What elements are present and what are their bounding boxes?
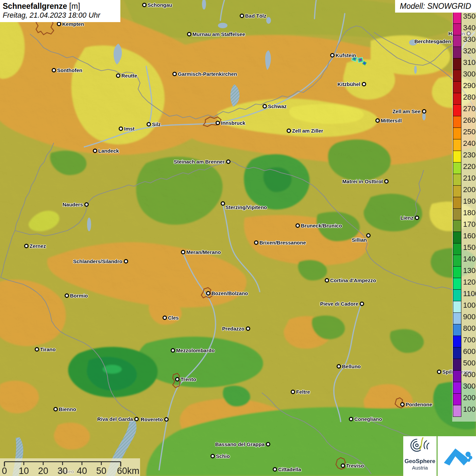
legend-label: 2100	[463, 174, 476, 182]
city-marker-icon	[291, 390, 295, 394]
legend: 3500340033003200310030002900280027002600…	[452, 10, 476, 422]
city-label: Predazzo	[222, 326, 244, 332]
city-label: Zell am Ziller	[292, 128, 323, 134]
scale-tick-label: 60km	[117, 466, 139, 476]
legend-label: 2300	[463, 151, 476, 159]
city-label: Garmisch-Partenkirchen	[178, 71, 237, 77]
city-label: Bad Tölz	[245, 13, 267, 19]
city-label: Silz	[152, 121, 161, 127]
legend-label: 1300	[463, 267, 476, 274]
legend-segment	[453, 220, 461, 232]
city-label: Trento	[181, 376, 196, 382]
legend-segment	[453, 82, 461, 93]
legend-segment	[453, 336, 461, 347]
legend-segment	[453, 394, 461, 405]
city-marker-icon	[375, 118, 380, 123]
scale-tick-label: 10	[19, 466, 29, 476]
legend-segment	[453, 301, 461, 313]
legend-label: 1200	[463, 278, 476, 286]
city-marker-icon	[163, 316, 167, 320]
city-label: Schio	[216, 453, 230, 459]
legend-segment	[453, 359, 461, 371]
legend-segment	[453, 24, 461, 35]
legend-label: 2600	[463, 117, 476, 124]
city-marker-icon	[65, 293, 69, 298]
legend-segment	[453, 232, 461, 243]
legend-label: 1900	[463, 198, 476, 205]
city-label: Schwaz	[268, 103, 287, 109]
city-label: Schongau	[148, 2, 172, 8]
scale-bar: 0102030405060km	[0, 458, 140, 476]
scale-tick-label: 50	[96, 466, 106, 476]
legend-label: 1700	[463, 221, 476, 228]
legend-label: 200	[463, 394, 476, 402]
city-marker-icon	[246, 326, 250, 331]
legend-segment	[453, 12, 461, 24]
city-label: Rovereto	[141, 417, 163, 422]
city-marker-icon	[35, 347, 39, 352]
city-marker-icon	[226, 159, 231, 164]
city-marker-icon	[437, 370, 441, 374]
legend-label: 800	[463, 325, 476, 332]
city-marker-icon	[362, 82, 366, 86]
map-datetime: Freitag, 21.04.2023 18:00 Uhr	[3, 11, 117, 20]
legend-segment	[453, 174, 461, 186]
city-marker-icon	[175, 377, 180, 381]
city-marker-icon	[254, 240, 258, 245]
legend-segment	[453, 243, 461, 255]
city-marker-icon	[147, 122, 151, 126]
legend-segment	[453, 290, 461, 301]
city-label: Tirano	[40, 346, 56, 352]
city-label: Nauders	[63, 202, 83, 207]
legend-label: 3000	[463, 70, 476, 78]
blue-mountain-logo	[438, 436, 476, 476]
legend-label: 600	[463, 348, 476, 355]
legend-label: 3500	[463, 13, 476, 20]
legend-segment	[453, 197, 461, 209]
legend-segment	[453, 70, 461, 82]
city-label: Bruneck/Brunico	[301, 223, 342, 228]
legend-color-bar	[453, 12, 461, 417]
legend-segment	[453, 116, 461, 128]
title-box: Schneefallgrenze [m] Freitag, 21.04.2023…	[0, 0, 120, 22]
geosphere-logo: GeoSphere Austria	[403, 436, 437, 476]
city-marker-icon	[119, 126, 123, 131]
legend-segment	[453, 105, 461, 116]
city-label: Landeck	[98, 148, 119, 154]
legend-label: 1600	[463, 232, 476, 240]
legend-segment	[453, 405, 461, 417]
city-label: Cortina d'Ampezzo	[330, 277, 376, 283]
city-label: Berchtesgaden	[414, 38, 451, 44]
map-title-text: Schneefallgrenze	[3, 2, 67, 11]
scale-tick-label: 30	[57, 466, 68, 476]
city-marker-icon	[360, 302, 364, 306]
city-marker-icon	[57, 22, 61, 26]
legend-label: 300	[463, 382, 476, 390]
legend-label: 3200	[463, 47, 476, 55]
city-marker-icon	[325, 278, 329, 283]
legend-segment	[453, 371, 461, 382]
legend-segment	[453, 47, 461, 58]
city-marker-icon	[53, 407, 58, 411]
city-marker-icon	[384, 179, 389, 184]
legend-segment	[453, 278, 461, 290]
city-label: Bassano del Grappa	[215, 441, 265, 447]
city-label: Kufstein	[336, 52, 356, 58]
city-marker-icon	[266, 442, 270, 446]
city-label: Imst	[124, 126, 135, 132]
legend-segment	[453, 58, 461, 70]
legend-label: 3400	[463, 24, 476, 32]
city-marker-icon	[273, 467, 277, 472]
legend-label: 1000	[463, 302, 476, 309]
city-marker-icon	[172, 72, 177, 76]
city-label: Brixen/Bressanone	[259, 240, 306, 245]
city-label: Reutte	[121, 73, 137, 79]
blue-mountain-icon	[441, 440, 473, 473]
city-marker-icon	[221, 201, 225, 206]
legend-label: 2200	[463, 163, 476, 170]
city-marker-icon	[84, 202, 89, 207]
city-label: Murnau am Staffelsee	[192, 31, 245, 37]
legend-label: 3100	[463, 59, 476, 66]
legend-segment	[453, 382, 461, 394]
city-label: Bozen/Bolzano	[211, 290, 248, 296]
